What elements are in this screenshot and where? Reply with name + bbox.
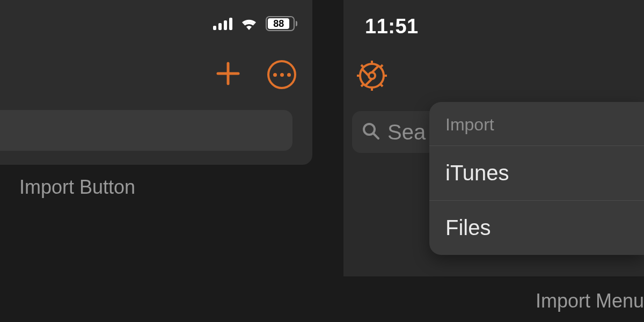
search-placeholder: Sea bbox=[387, 120, 426, 144]
wifi-icon bbox=[240, 17, 258, 31]
search-icon bbox=[362, 122, 380, 142]
import-menu: Import iTunes Files bbox=[429, 102, 644, 255]
right-screenshot-panel: 11:51 bbox=[343, 0, 644, 322]
dot-icon bbox=[273, 73, 277, 77]
search-input[interactable] bbox=[0, 110, 292, 151]
add-button[interactable] bbox=[216, 61, 240, 88]
import-menu-header: Import bbox=[429, 102, 644, 146]
svg-line-10 bbox=[380, 65, 383, 67]
toolbar bbox=[216, 60, 296, 89]
svg-line-11 bbox=[361, 84, 363, 86]
svg-point-2 bbox=[360, 64, 384, 87]
svg-line-16 bbox=[374, 134, 378, 138]
dot-icon bbox=[287, 73, 291, 77]
right-caption: Import Menu bbox=[536, 290, 644, 312]
cellular-signal-icon bbox=[213, 17, 232, 30]
import-menu-item-files[interactable]: Files bbox=[429, 201, 644, 255]
settings-button[interactable] bbox=[355, 59, 389, 94]
battery-percent: 88 bbox=[273, 18, 284, 30]
battery-indicator: 88 bbox=[266, 16, 297, 31]
svg-line-13 bbox=[365, 79, 372, 86]
more-button[interactable] bbox=[267, 60, 296, 89]
status-bar: 88 bbox=[213, 16, 297, 31]
svg-line-9 bbox=[380, 84, 383, 86]
status-time: 11:51 bbox=[365, 15, 419, 38]
import-menu-item-itunes[interactable]: iTunes bbox=[429, 146, 644, 201]
svg-line-8 bbox=[361, 65, 363, 67]
svg-line-12 bbox=[372, 65, 379, 72]
svg-point-3 bbox=[369, 72, 375, 79]
left-screenshot-panel: 88 bbox=[0, 0, 312, 165]
left-caption: Import Button bbox=[19, 176, 135, 199]
svg-line-14 bbox=[362, 69, 369, 76]
dot-icon bbox=[280, 73, 284, 77]
